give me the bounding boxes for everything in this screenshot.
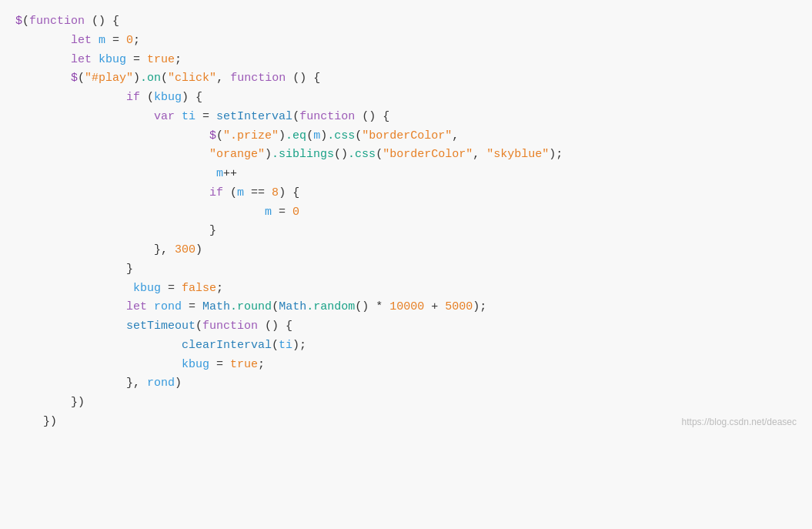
- code-line-6: var ti = setInterval(function () {: [15, 108, 797, 127]
- code-line-21: }): [15, 393, 797, 413]
- code-line-16: let rond = Math.round(Math.random() * 10…: [15, 298, 797, 317]
- code-line-15: kbug = false;: [15, 280, 797, 299]
- code-line-20: }, rond): [15, 374, 797, 393]
- code-line-2: let m = 0;: [15, 32, 797, 51]
- code-line-14: }: [15, 260, 797, 280]
- code-line-18: clearInterval(ti);: [15, 336, 797, 356]
- code-line-12: }: [15, 222, 797, 241]
- code-line-17: setTimeout(function () {: [15, 317, 797, 336]
- code-line-8: "orange").siblings().css("borderColor", …: [15, 146, 797, 165]
- code-line-4: $("#play").on("click", function () {: [15, 69, 797, 89]
- code-line-5: if (kbug) {: [15, 89, 797, 108]
- code-line-3: let kbug = true;: [15, 51, 797, 70]
- code-line-7: $(".prize").eq(m).css("borderColor",: [15, 127, 797, 146]
- code-line-1: $(function () {: [15, 12, 797, 32]
- code-line-11: m = 0: [15, 203, 797, 223]
- code-line-10: if (m == 8) {: [15, 184, 797, 203]
- watermark-text: https://blog.csdn.net/deasec: [682, 415, 797, 430]
- code-line-19: kbug = true;: [15, 356, 797, 375]
- code-editor: $(function () { let m = 0; let kbug = tr…: [0, 8, 812, 437]
- code-line-9: m++: [15, 165, 797, 184]
- code-line-22: }): [15, 413, 797, 432]
- code-line-13: }, 300): [15, 241, 797, 260]
